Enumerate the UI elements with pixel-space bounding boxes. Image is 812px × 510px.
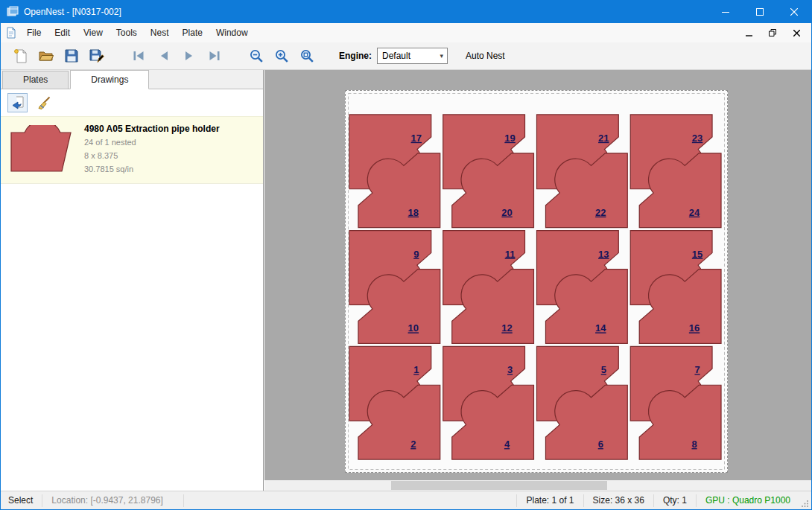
engine-value: Default xyxy=(382,51,410,61)
zoom-fit-button[interactable] xyxy=(294,45,320,67)
part-thumbnail xyxy=(7,122,75,176)
zoom-fit-icon xyxy=(299,48,314,63)
window-title: OpenNest - [N0317-002] xyxy=(24,7,121,17)
save-edit-button[interactable] xyxy=(84,45,110,67)
engine-select[interactable]: Default ▾ xyxy=(377,48,448,64)
last-plate-button[interactable] xyxy=(202,45,227,67)
menu-file[interactable]: File xyxy=(20,24,48,42)
part-number: 12 xyxy=(501,322,512,334)
nest-svg[interactable]: 171819202122232491011121314151612345678 xyxy=(346,91,727,472)
next-plate-button[interactable] xyxy=(177,45,202,67)
part-number: 4 xyxy=(504,439,510,450)
blue-return-arrow-icon xyxy=(10,95,25,110)
status-mode: Select xyxy=(1,494,42,507)
menu-view[interactable]: View xyxy=(77,24,110,42)
engine-label: Engine: xyxy=(339,51,372,61)
part-number: 24 xyxy=(689,207,700,218)
horizontal-scrollbar-thumb[interactable] xyxy=(391,481,607,490)
resize-grip[interactable] xyxy=(799,491,811,510)
nest-pair[interactable]: 1718 xyxy=(349,115,440,228)
sidebar: Plates Drawings xyxy=(1,70,264,491)
nest-pair[interactable]: 2122 xyxy=(536,115,627,228)
last-arrow-icon xyxy=(207,48,222,63)
menu-plate[interactable]: Plate xyxy=(176,24,209,42)
part-number: 6 xyxy=(598,439,603,450)
menu-tools[interactable]: Tools xyxy=(110,24,144,42)
menu-nest[interactable]: Nest xyxy=(144,24,176,42)
titlebar[interactable]: OpenNest - [N0317-002] xyxy=(1,1,811,23)
menu-window[interactable]: Window xyxy=(209,24,255,42)
plate[interactable]: 171819202122232491011121314151612345678 xyxy=(345,90,728,473)
main-toolbar: Engine: Default ▾ Auto Nest xyxy=(1,42,811,70)
drawing-nested-count: 24 of 1 nested xyxy=(84,137,220,147)
previous-plate-button[interactable] xyxy=(151,45,177,67)
nest-pair[interactable]: 56 xyxy=(536,346,627,459)
mdi-minimize-button[interactable] xyxy=(743,27,755,39)
open-folder-icon xyxy=(39,48,54,63)
part-number: 17 xyxy=(411,133,422,144)
nest-pair[interactable]: 1314 xyxy=(536,231,627,344)
drawing-item-text: 4980 A05 Extraction pipe holder 24 of 1 … xyxy=(84,122,220,176)
save-edit-icon xyxy=(89,48,104,63)
open-button[interactable] xyxy=(34,45,59,67)
mdi-restore-icon xyxy=(769,29,776,36)
zoom-out-icon xyxy=(249,48,264,63)
save-icon xyxy=(64,48,79,63)
first-plate-button[interactable] xyxy=(126,45,151,67)
nest-pair[interactable]: 12 xyxy=(349,346,440,459)
sidebar-tabstrip: Plates Drawings xyxy=(1,70,263,89)
first-arrow-icon xyxy=(131,48,146,63)
app-icon xyxy=(7,6,19,18)
nest-pair[interactable]: 910 xyxy=(349,231,440,344)
drawing-list-item[interactable]: 4980 A05 Extraction pipe holder 24 of 1 … xyxy=(1,116,263,184)
horizontal-scrollbar[interactable] xyxy=(264,480,811,491)
part-number: 11 xyxy=(505,249,516,260)
app-window: OpenNest - [N0317-002] File Edit xyxy=(0,0,812,510)
zoom-in-button[interactable] xyxy=(269,45,294,67)
part-number: 18 xyxy=(408,207,419,218)
tab-drawings[interactable]: Drawings xyxy=(70,70,149,89)
part-number: 19 xyxy=(504,133,515,144)
maximize-icon xyxy=(756,8,764,16)
close-button[interactable] xyxy=(777,1,811,23)
nest-pair[interactable]: 1516 xyxy=(630,231,721,344)
nest-canvas[interactable]: 171819202122232491011121314151612345678 xyxy=(264,70,811,491)
maximize-button[interactable] xyxy=(743,1,777,23)
part-number: 23 xyxy=(692,133,702,144)
auto-nest-button[interactable]: Auto Nest xyxy=(466,51,505,61)
nest-pair[interactable]: 1920 xyxy=(443,115,534,228)
nest-pair[interactable]: 78 xyxy=(630,346,721,459)
zoom-out-button[interactable] xyxy=(244,45,269,67)
drawing-area: 30.7815 sq/in xyxy=(84,164,220,174)
new-file-icon xyxy=(13,48,28,63)
nest-pair[interactable]: 34 xyxy=(443,346,534,459)
part-number: 7 xyxy=(694,364,700,375)
next-arrow-icon xyxy=(182,48,197,63)
part-number: 21 xyxy=(598,133,609,144)
part-number: 3 xyxy=(507,364,513,375)
statusbar: Select Location: [-0.9437, 21.8796] Plat… xyxy=(1,491,811,509)
status-location: Location: [-0.9437, 21.8796] xyxy=(42,494,184,507)
menubar: File Edit View Tools Nest Plate Window xyxy=(1,23,811,42)
part-number: 13 xyxy=(598,249,609,260)
chevron-down-icon: ▾ xyxy=(440,52,443,60)
previous-arrow-icon xyxy=(156,48,171,63)
part-number: 16 xyxy=(689,322,700,334)
clean-button[interactable] xyxy=(34,93,54,112)
part-number: 20 xyxy=(501,207,512,218)
part-number: 15 xyxy=(692,249,702,260)
new-button[interactable] xyxy=(8,45,34,67)
save-button[interactable] xyxy=(59,45,84,67)
tab-plates[interactable]: Plates xyxy=(2,71,69,89)
minimize-button[interactable] xyxy=(708,1,743,23)
reload-drawing-button[interactable] xyxy=(7,93,28,112)
menu-edit[interactable]: Edit xyxy=(48,24,77,42)
caption-buttons xyxy=(708,1,811,23)
mdi-close-button[interactable] xyxy=(790,27,802,39)
mdi-document-icon[interactable] xyxy=(5,27,17,39)
drawing-dimensions: 8 x 8.375 xyxy=(84,150,220,161)
nest-pair[interactable]: 2324 xyxy=(630,115,721,228)
mdi-minimize-icon xyxy=(746,30,752,36)
mdi-restore-button[interactable] xyxy=(767,27,778,39)
nest-pair[interactable]: 1112 xyxy=(443,231,534,344)
